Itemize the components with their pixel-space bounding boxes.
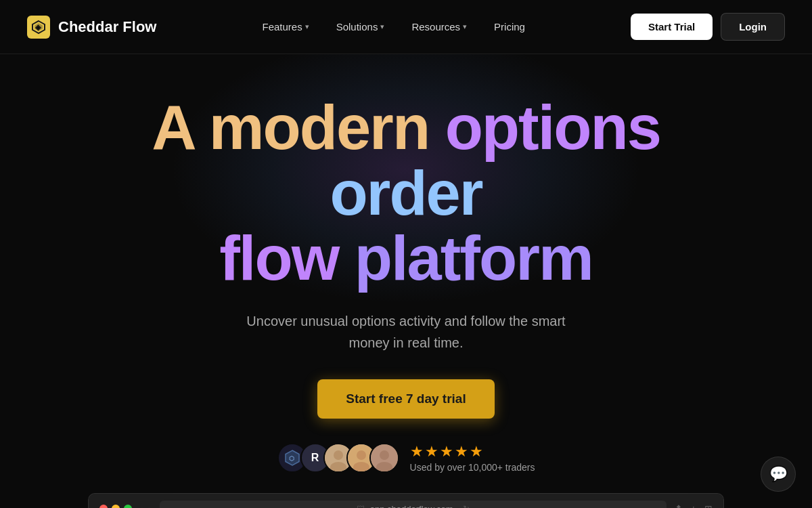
browser-dot-close bbox=[99, 505, 108, 508]
login-button[interactable]: Login bbox=[721, 13, 785, 41]
nav-pricing[interactable]: Pricing bbox=[483, 16, 536, 38]
browser-bar: ‹ › 🛡 app.cheddarflow.com ↻ ⬆ + ⊞ bbox=[89, 494, 723, 508]
logo-text: Cheddar Flow bbox=[58, 18, 156, 36]
svg-text:◈: ◈ bbox=[35, 23, 41, 31]
svg-point-12 bbox=[380, 450, 389, 460]
chevron-down-icon: ▾ bbox=[380, 22, 384, 31]
svg-text:⬡: ⬡ bbox=[289, 455, 294, 462]
social-proof-text: Used by over 10,000+ traders bbox=[410, 462, 535, 473]
security-icon: 🛡 bbox=[357, 504, 365, 508]
grid-icon: ⊞ bbox=[704, 503, 713, 508]
social-proof: ⬡ R bbox=[277, 443, 535, 473]
browser-url-bar[interactable]: 🛡 app.cheddarflow.com ↻ bbox=[160, 501, 667, 508]
browser-nav-controls: ‹ › bbox=[140, 504, 152, 508]
add-tab-icon: + bbox=[691, 503, 696, 508]
hero-subtitle: Uncover unusual options activity and fol… bbox=[230, 310, 582, 354]
nav-links: Features ▾ Solutions ▾ Resources ▾ Prici… bbox=[251, 16, 535, 38]
star-rating: ★★★★★ bbox=[410, 443, 484, 461]
share-icon: ⬆ bbox=[675, 503, 683, 508]
url-text: app.cheddarflow.com bbox=[370, 504, 453, 508]
browser-mockup: ‹ › 🛡 app.cheddarflow.com ↻ ⬆ + ⊞ ? ‹ › … bbox=[88, 493, 724, 508]
hero-title-word-platform: platform bbox=[355, 224, 593, 293]
hero-section: A modern options order flow platform Unc… bbox=[0, 54, 812, 508]
logo-icon: ◈ bbox=[27, 16, 50, 39]
hero-title-word-flow: flow bbox=[219, 224, 355, 293]
browser-action-icons: ⬆ + ⊞ bbox=[675, 503, 713, 508]
navbar: ◈ Cheddar Flow Features ▾ Solutions ▾ Re… bbox=[0, 0, 812, 54]
forward-icon: › bbox=[148, 504, 151, 508]
svg-point-9 bbox=[357, 450, 366, 460]
browser-dots bbox=[99, 505, 132, 508]
nav-resources[interactable]: Resources ▾ bbox=[401, 16, 478, 38]
browser-dot-maximize bbox=[124, 505, 132, 508]
hero-title-word-order: order bbox=[330, 158, 482, 228]
hero-title: A modern options order flow platform bbox=[68, 95, 744, 291]
nav-actions: Start Trial Login bbox=[631, 13, 785, 41]
chat-bubble-button[interactable]: 💬 bbox=[761, 457, 796, 492]
start-trial-button[interactable]: Start Trial bbox=[631, 14, 713, 40]
nav-features[interactable]: Features ▾ bbox=[251, 16, 319, 38]
svg-point-6 bbox=[334, 450, 343, 460]
nav-solutions[interactable]: Solutions ▾ bbox=[325, 16, 396, 38]
logo[interactable]: ◈ Cheddar Flow bbox=[27, 16, 156, 39]
back-icon: ‹ bbox=[140, 504, 143, 508]
chevron-down-icon: ▾ bbox=[463, 22, 467, 31]
stars-and-text: ★★★★★ Used by over 10,000+ traders bbox=[410, 443, 535, 473]
reload-icon: ↻ bbox=[463, 504, 470, 508]
hero-title-word-options: options bbox=[445, 93, 660, 162]
cta-button[interactable]: Start free 7 day trial bbox=[317, 379, 494, 419]
avatar-group: ⬡ R bbox=[277, 443, 399, 473]
chat-icon: 💬 bbox=[769, 465, 788, 483]
hero-title-word-modern: A modern bbox=[152, 93, 445, 162]
browser-dot-minimize bbox=[112, 505, 120, 508]
avatar bbox=[369, 443, 399, 473]
chevron-down-icon: ▾ bbox=[305, 22, 309, 31]
